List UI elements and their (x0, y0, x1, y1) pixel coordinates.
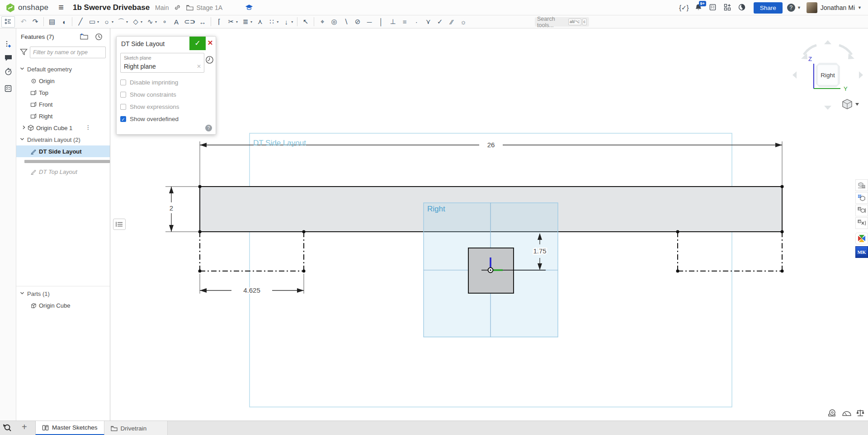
view-cube-face-label[interactable]: Right (821, 72, 835, 79)
arc-tool[interactable]: ⌒▾ (115, 15, 130, 28)
filter-funnel-icon[interactable] (20, 48, 28, 57)
search-tabs-icon[interactable] (3, 423, 13, 434)
transform-tool[interactable]: ↖ (300, 15, 311, 28)
tree-item-origin-cube[interactable]: Origin Cube (16, 299, 110, 311)
tree-section-default-geometry[interactable]: Default geometry (16, 63, 110, 75)
sketch-plane-field[interactable]: Sketch plane Right plane ✕ (120, 53, 204, 73)
history-stopwatch-icon[interactable] (0, 65, 16, 78)
dialog-history-icon[interactable] (205, 56, 214, 66)
tasks-list-icon[interactable] (707, 4, 719, 12)
tree-item-dt-side-layout[interactable]: DT Side Layout (16, 145, 110, 157)
follow-checklist-icon[interactable] (0, 82, 16, 95)
concentric-constraint[interactable]: ◎ (328, 15, 340, 28)
perpendicular-constraint[interactable]: ⊥ (387, 15, 399, 28)
tree-item-dt-top-layout[interactable]: DT Top Layout (16, 166, 110, 178)
color-pinwheel-app-icon[interactable] (855, 233, 868, 244)
checkbox-show-overdefined[interactable]: ✓Show overdefined (120, 113, 211, 125)
tree-item-origin[interactable]: Origin (16, 75, 110, 87)
mirror-tool[interactable]: ⋏ (254, 15, 266, 28)
checkbox-box[interactable]: ✓ (120, 116, 126, 122)
offset-tool[interactable]: ≣▾ (240, 15, 254, 28)
coincident-constraint[interactable]: ⌖ (316, 15, 328, 28)
featurescript-icon[interactable]: {✓} (678, 4, 690, 11)
sketch-flyout-button[interactable] (113, 219, 126, 230)
kebab-menu-icon[interactable]: ⋮ (85, 124, 91, 131)
curvature-icon[interactable]: ☼ (458, 15, 469, 28)
view-arrow-left[interactable] (793, 71, 797, 79)
regen-time-icon[interactable] (95, 33, 103, 42)
clear-selection-icon[interactable]: ✕ (197, 63, 201, 70)
dropdown-caret-icon[interactable]: ▾ (141, 20, 142, 24)
redo-button[interactable]: ↷ (29, 15, 41, 28)
notifications-bell-icon[interactable]: 9+ (693, 4, 704, 12)
right-plane-label[interactable]: Right (427, 205, 445, 213)
dropdown-caret-icon[interactable]: ▾ (97, 20, 99, 24)
tape-measure-icon[interactable] (826, 409, 840, 417)
cube-grid-icon[interactable] (855, 192, 868, 204)
cube-brackets-icon[interactable] (855, 205, 868, 216)
sheet-brackets-icon[interactable] (855, 217, 868, 229)
checkbox-box[interactable] (120, 104, 126, 110)
view-cube[interactable]: Right Z Y (793, 40, 863, 110)
import-dxf-tool[interactable]: ↓▾ (280, 15, 295, 28)
appearance-cube-icon[interactable] (855, 179, 868, 191)
use-project-icon[interactable]: ◖ (58, 15, 70, 28)
filter-input[interactable] (30, 47, 106, 58)
comments-icon[interactable] (0, 51, 16, 65)
dialog-confirm-button[interactable]: ✓ (189, 37, 206, 50)
search-tools-box[interactable]: Search tools... alt/⌥ c (535, 17, 589, 27)
help-button[interactable]: ? (787, 4, 795, 12)
dropdown-caret-icon[interactable]: ▾ (193, 20, 195, 24)
tree-item-right[interactable]: Right (16, 110, 110, 122)
folder-location[interactable]: Stage 1A (196, 4, 222, 11)
dropdown-caret-icon[interactable]: ▾ (277, 20, 278, 24)
help-caret-icon[interactable]: ▼ (797, 5, 801, 10)
dropdown-caret-icon[interactable]: ▾ (126, 20, 128, 24)
checkbox-show-constraints[interactable]: Show constraints (120, 89, 211, 101)
checkbox-show-expressions[interactable]: Show expressions (120, 101, 211, 113)
chevron-down-icon[interactable] (20, 66, 25, 72)
view-mode-caret[interactable] (855, 103, 859, 106)
sketch-plane-value[interactable]: Right plane (124, 63, 156, 70)
onshape-logo[interactable]: onshape (5, 3, 48, 13)
main-menu-icon[interactable]: ≡ (58, 2, 64, 13)
dropdown-caret-icon[interactable]: ▾ (236, 20, 238, 24)
vertical-constraint[interactable]: │ (375, 15, 387, 28)
dimension-175[interactable]: 1.75 (533, 247, 546, 255)
dimension-26[interactable]: 26 (487, 141, 495, 149)
dropdown-caret-icon[interactable]: ▾ (250, 20, 252, 24)
user-avatar[interactable] (807, 2, 817, 13)
scale-balance-icon[interactable] (854, 409, 867, 417)
fix-constraint[interactable]: ⁄⁄ (446, 15, 458, 28)
insert-item-icon[interactable] (0, 37, 16, 51)
tree-item-top[interactable]: Top (16, 87, 110, 98)
tree-item-front[interactable]: Front (16, 98, 110, 110)
tangent-constraint[interactable]: ⊘ (352, 15, 363, 28)
symmetric-constraint[interactable]: ✓ (434, 15, 446, 28)
horizontal-constraint[interactable]: ─ (363, 15, 375, 28)
checkbox-box[interactable] (120, 80, 126, 85)
view-arrow-right[interactable] (859, 71, 863, 79)
tab-master-sketches[interactable]: Master Sketches (35, 421, 104, 435)
circle-tool[interactable]: ○▾ (101, 15, 115, 28)
dimension-4625[interactable]: 4.625 (243, 286, 260, 294)
new-folder-icon[interactable] (80, 33, 88, 42)
apps-grid-icon[interactable] (722, 4, 733, 12)
version-link-icon[interactable] (174, 4, 181, 11)
pattern-tool[interactable]: ∷▾ (266, 15, 280, 28)
tree-section-parts-1-[interactable]: Parts (1) (16, 288, 110, 299)
tree-section-drivetrain-layout-2-[interactable]: Drivetrain Layout (2) (16, 134, 110, 145)
checkbox-disable-imprinting[interactable]: Disable imprinting (120, 76, 211, 89)
view-arrow-up[interactable] (824, 40, 831, 44)
dimension-2[interactable]: 2 (170, 204, 173, 212)
feature-list-toggle-button[interactable] (1, 16, 15, 28)
rotate-arrow-right[interactable] (839, 45, 852, 55)
user-menu-caret-icon[interactable]: ▼ (858, 5, 862, 10)
chevron-right-icon[interactable] (22, 125, 27, 131)
document-title[interactable]: 1b Swerve Drivebase (73, 3, 150, 12)
rectangle-tool[interactable]: ▭▾ (86, 15, 101, 28)
rollback-bar[interactable] (24, 160, 110, 163)
normal-constraint[interactable]: ⋎ (422, 15, 434, 28)
insert-layout-icon[interactable]: ▤ (46, 15, 58, 28)
workspace-name[interactable]: Main (155, 4, 169, 11)
